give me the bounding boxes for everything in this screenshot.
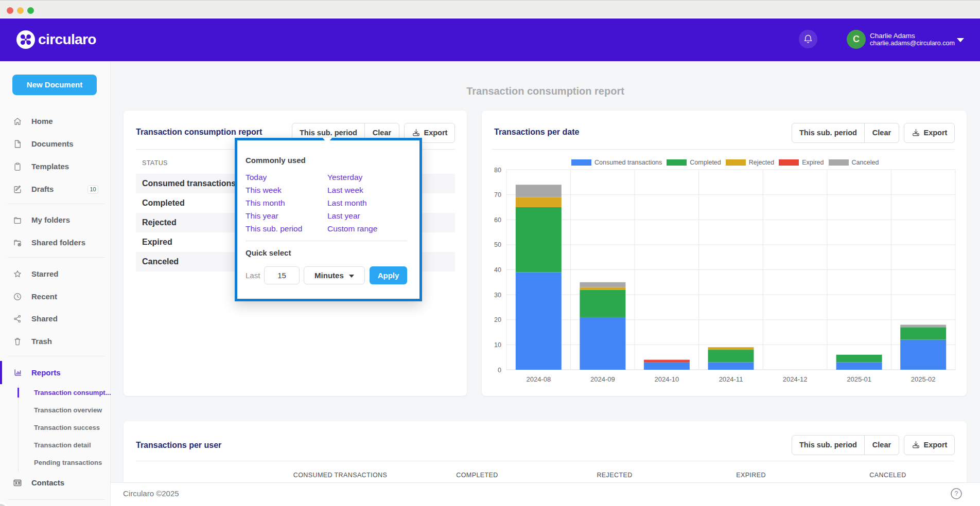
svg-text:10: 10 — [494, 341, 501, 349]
svg-text:2024-08: 2024-08 — [526, 375, 551, 383]
svg-text:2024-12: 2024-12 — [783, 375, 808, 383]
svg-text:30: 30 — [494, 292, 501, 299]
svg-text:2024-10: 2024-10 — [655, 375, 679, 383]
svg-text:20: 20 — [494, 316, 501, 323]
svg-text:70: 70 — [494, 191, 501, 198]
svg-text:2024-11: 2024-11 — [719, 375, 743, 383]
svg-text:60: 60 — [494, 216, 501, 224]
svg-text:2024-09: 2024-09 — [590, 375, 615, 383]
svg-text:0: 0 — [498, 367, 501, 374]
svg-text:2025-02: 2025-02 — [911, 375, 936, 383]
svg-text:40: 40 — [494, 266, 501, 274]
svg-text:2025-01: 2025-01 — [847, 375, 871, 383]
svg-text:50: 50 — [494, 241, 501, 248]
svg-text:80: 80 — [494, 167, 501, 174]
svg-text:?: ? — [955, 490, 958, 497]
